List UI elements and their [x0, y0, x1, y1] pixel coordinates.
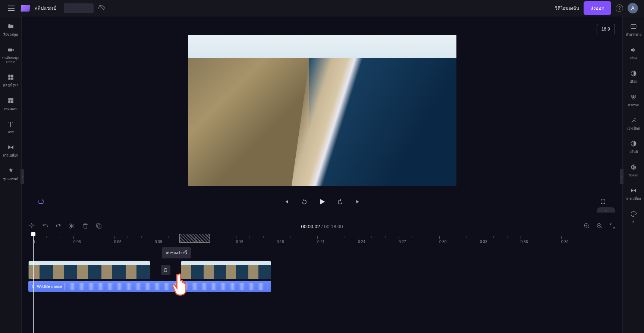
panel-label: ปรับสี	[629, 150, 638, 154]
zoom-out-button[interactable]	[584, 223, 590, 230]
panel-label: คำบรรยาย	[626, 33, 641, 37]
svg-rect-4	[8, 98, 13, 100]
user-avatar[interactable]: A	[628, 3, 638, 13]
ruler-tick: 0:12	[195, 236, 202, 244]
duplicate-button[interactable]	[95, 223, 102, 230]
play-button[interactable]	[318, 197, 327, 206]
time-separator: /	[320, 224, 324, 229]
app-logo-icon	[21, 5, 30, 12]
sidebar-media[interactable]: สื่อของคุณ	[0, 22, 21, 38]
ruler-tick: 0:06	[114, 236, 121, 244]
delete-gap-button[interactable]	[161, 265, 170, 275]
auto-enhance-button[interactable]	[28, 223, 35, 230]
collapse-timeline-button[interactable]: ⌄	[597, 207, 615, 213]
panel-speed[interactable]: Speed	[623, 162, 644, 179]
ruler-tick: 0:09	[155, 236, 162, 244]
panel-fade[interactable]: เลือน	[623, 69, 644, 85]
panel-filters[interactable]: ตัวกรอง	[623, 92, 644, 109]
timeline-tracks: ลบช่องว่างนี้ ♫ Wildl	[28, 261, 622, 292]
transition-icon	[630, 187, 637, 196]
svg-text:CC: CC	[632, 25, 635, 28]
export-button[interactable]: ส่งออก	[584, 1, 611, 15]
menu-icon	[8, 6, 15, 11]
panel-label: เอฟเฟ็กต์	[627, 127, 640, 131]
panel-label: เลือน	[630, 80, 637, 84]
fullscreen-button[interactable]	[599, 197, 607, 206]
project-title[interactable]: คลิปแชมป์	[34, 4, 56, 12]
ruler-tick: 0:36	[521, 236, 528, 244]
aspect-ratio-selector[interactable]: 16:9	[597, 24, 615, 34]
sidebar-label: Text	[7, 131, 14, 134]
svg-rect-0	[8, 75, 10, 77]
ruler-tick: 0:30	[439, 236, 446, 244]
video-track[interactable]	[28, 261, 622, 279]
skip-start-button[interactable]	[282, 197, 291, 206]
library-icon	[7, 74, 14, 82]
split-button[interactable]	[69, 223, 75, 230]
adjust-icon	[630, 140, 637, 149]
ruler-tick: 0:03	[73, 236, 81, 244]
zoom-in-button[interactable]	[596, 223, 603, 230]
left-sidebar: สื่อของคุณ บันทึกข้อมูล create คลังเนื้อ…	[0, 16, 22, 333]
panel-audio[interactable]: เสียง	[623, 45, 644, 62]
svg-rect-2	[8, 77, 10, 79]
audio-clip[interactable]: ♫ Wildlife dance	[28, 281, 271, 292]
panel-captions[interactable]: CC คำบรรยาย	[623, 22, 644, 38]
sidebar-label: บันทึกข้อมูล create	[2, 57, 19, 64]
video-clip-1[interactable]	[28, 261, 150, 279]
delete-gap-tooltip: ลบช่องว่างนี้	[162, 247, 191, 258]
sidebar-label: การเปลี่ยน	[3, 154, 18, 158]
text-icon: T	[8, 120, 13, 129]
sidebar-label: ชุดแบรนด์	[3, 178, 18, 181]
brand-icon	[7, 167, 14, 176]
sidebar-brand[interactable]: ชุดแบรนด์	[0, 166, 21, 183]
panel-transition[interactable]: การเปลี่ยน	[623, 186, 644, 202]
audio-waveform	[65, 283, 268, 290]
audio-clip-label: Wildlife dance	[37, 284, 62, 289]
filter-icon	[630, 94, 637, 102]
panel-color[interactable]: สี	[623, 209, 644, 226]
zoom-controls	[584, 223, 616, 230]
panel-label: ตัวกรอง	[628, 104, 639, 107]
sidebar-templates[interactable]: เทมเพลต	[0, 96, 21, 113]
video-preview[interactable]	[188, 35, 456, 186]
ruler-tick: 0:15	[236, 236, 243, 244]
title-edit-field[interactable]	[64, 3, 94, 13]
timeline-ruler[interactable]: 00:030:060:090:120:150:180:210:240:270:3…	[28, 235, 622, 246]
ruler-tick: 0:27	[399, 236, 406, 244]
playhead[interactable]	[33, 233, 34, 333]
timeline-toolbar: 00:00.02 / 00:18.00	[22, 218, 622, 235]
ruler-tick: 0:24	[358, 236, 365, 244]
help-button[interactable]: ?	[616, 4, 623, 12]
zoom-fit-button[interactable]	[609, 223, 616, 230]
captions-icon: CC	[630, 23, 637, 32]
ruler-tick: 0:18	[277, 236, 284, 244]
forward-button[interactable]	[336, 197, 345, 206]
right-sidebar: CC คำบรรยาย เสียง เลือน ตัวกรอง เอฟเฟ็กต…	[622, 16, 644, 333]
menu-button[interactable]	[6, 3, 16, 13]
my-videos-link[interactable]: วิดีโอของฉัน	[555, 4, 579, 12]
sidebar-record[interactable]: บันทึกข้อมูล create	[0, 45, 21, 66]
svg-rect-19	[98, 225, 101, 228]
transition-icon	[7, 144, 14, 153]
total-time: 00:18.00	[324, 224, 343, 229]
effects-icon	[630, 117, 637, 126]
header-right: วิดีโอของฉัน ส่งออก ? A	[555, 1, 638, 15]
panel-effects[interactable]: เอฟเฟ็กต์	[623, 116, 644, 132]
cloud-off-icon	[98, 4, 105, 12]
timeline-panel: 00:00.02 / 00:18.00 00:030:060:090:120:1…	[22, 218, 622, 333]
sidebar-transitions[interactable]: การเปลี่ยน	[0, 142, 21, 159]
delete-button[interactable]	[82, 223, 89, 230]
skip-end-button[interactable]	[354, 197, 362, 206]
panel-label: Speed	[628, 174, 638, 178]
undo-button[interactable]	[42, 223, 48, 230]
sidebar-text[interactable]: T Text	[0, 119, 21, 136]
svg-rect-18	[97, 224, 100, 227]
video-clip-2[interactable]	[181, 261, 271, 279]
rewind-button[interactable]	[300, 197, 309, 206]
svg-rect-6	[11, 100, 13, 103]
sidebar-library[interactable]: คลังเนื้อหา	[0, 72, 21, 89]
redo-button[interactable]	[55, 223, 62, 230]
panel-adjust[interactable]: ปรับสี	[623, 139, 644, 155]
ai-enhance-button[interactable]	[37, 197, 45, 206]
